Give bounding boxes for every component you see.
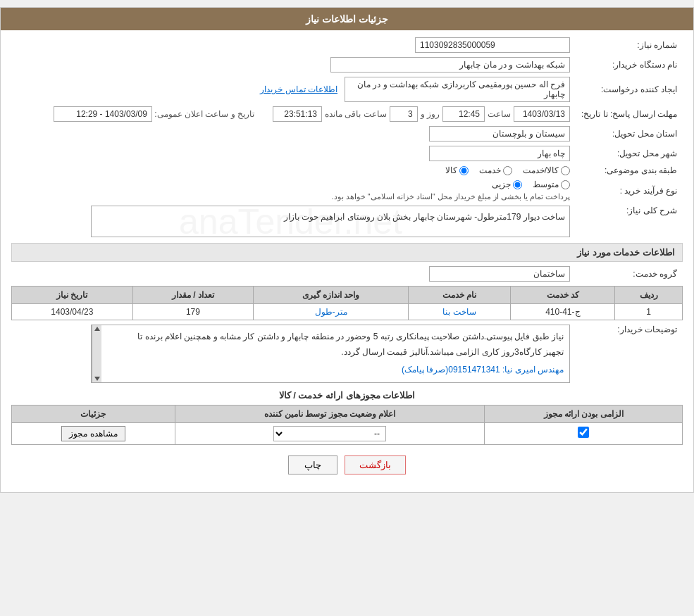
buyer-notes-box: نیاز طبق فایل پیوستی.داشتن صلاحیت پیمانک… bbox=[91, 325, 570, 383]
cell-service-code: ج-41-410 bbox=[511, 304, 615, 320]
services-header: اطلاعات خدمات مورد نیاز bbox=[11, 243, 683, 262]
category-label-khedmat: خدمت bbox=[479, 165, 501, 175]
announcement-label: تاریخ و ساعت اعلان عمومی: bbox=[154, 109, 254, 119]
deadline-date: 1403/03/13 bbox=[514, 106, 570, 122]
creator-label: ایجاد کننده درخواست: bbox=[570, 84, 683, 94]
category-radio-kala[interactable] bbox=[459, 166, 469, 175]
services-table: ردیف کد خدمت نام خدمت واحد اندازه گیری ت… bbox=[11, 286, 683, 320]
deadline-days-label: روز و bbox=[421, 109, 440, 119]
license-row: -- مشاهده مجوز bbox=[12, 422, 683, 444]
description-value: ساخت دیوار 179مترطول- شهرستان چابهار بخش… bbox=[284, 212, 565, 222]
page-header: جزئیات اطلاعات نیاز bbox=[1, 8, 693, 30]
category-option-kala[interactable]: کالا bbox=[445, 165, 469, 175]
cell-row-num: 1 bbox=[615, 304, 683, 320]
province-label: استان محل تحویل: bbox=[570, 129, 683, 139]
province-value: سیستان و بلوچستان bbox=[429, 126, 570, 142]
purchase-radio-mutawaset[interactable] bbox=[561, 180, 570, 189]
back-button[interactable]: بازگشت bbox=[345, 455, 406, 474]
category-label-kala: کالا bbox=[445, 165, 457, 175]
col-header-row: ردیف bbox=[615, 287, 683, 304]
description-label: شرح کلی نیاز: bbox=[570, 206, 683, 215]
buyer-org-value: شبکه بهداشت و در مان چابهار bbox=[330, 57, 570, 73]
category-radio-khedmat[interactable] bbox=[503, 166, 512, 175]
creator-value: فرح اله حسین پورمقیمی کاربردازی شبکه بهد… bbox=[345, 77, 570, 102]
deadline-remaining: 23:51:13 bbox=[273, 106, 322, 122]
deadline-remaining-label: ساعت باقی مانده bbox=[325, 109, 387, 119]
license-required-checkbox[interactable] bbox=[578, 427, 589, 438]
scroll-up-arrow[interactable] bbox=[94, 327, 100, 331]
col-header-code: کد خدمت bbox=[511, 287, 615, 304]
deadline-time-label: ساعت bbox=[488, 109, 511, 119]
cell-unit[interactable]: متر-طول bbox=[254, 304, 409, 320]
description-box: ساخت دیوار 179مترطول- شهرستان چابهار بخش… bbox=[91, 206, 570, 237]
purchase-notice: پرداخت تمام یا بخشی از مبلغ خریداز محل "… bbox=[331, 192, 570, 201]
col-header-qty: تعداد / مقدار bbox=[132, 287, 254, 304]
service-group-value: ساختمان bbox=[429, 266, 570, 282]
category-option-kala-khedmat[interactable]: کالا/خدمت bbox=[523, 165, 570, 175]
purchase-type-radio-group: متوسط جزیی bbox=[492, 180, 570, 189]
license-col-details: جزئیات bbox=[12, 405, 175, 422]
scroll-down-arrow[interactable] bbox=[94, 377, 100, 381]
buyer-notes-text: نیاز طبق فایل پیوستی.داشتن صلاحیت پیمانک… bbox=[116, 329, 564, 360]
category-radio-kala-khedmat[interactable] bbox=[561, 166, 570, 175]
license-col-required: الزامی بودن ارائه مجوز bbox=[485, 405, 683, 422]
need-number-label: شماره نیاز: bbox=[570, 40, 683, 50]
license-table: الزامی بودن ارائه مجوز اعلام وضعیت مجوز … bbox=[11, 405, 683, 445]
need-number-value: 1103092835000059 bbox=[415, 37, 570, 53]
license-col-status: اعلام وضعیت مجوز توسط نامین کننده bbox=[175, 405, 485, 422]
category-label-kala-khedmat: کالا/خدمت bbox=[523, 165, 559, 175]
page-title: جزئیات اطلاعات نیاز bbox=[306, 13, 388, 25]
purchase-type-label: نوع فرآیند خرید : bbox=[570, 186, 683, 196]
city-value: چاه بهار bbox=[429, 146, 570, 161]
view-license-button[interactable]: مشاهده مجوز bbox=[61, 426, 125, 441]
cell-service-name[interactable]: ساخت بنا bbox=[408, 304, 511, 320]
contact-link[interactable]: اطلاعات تماس خریدار bbox=[260, 84, 337, 94]
purchase-label-mutawaset: متوسط bbox=[533, 180, 559, 189]
notes-scrollbar[interactable] bbox=[92, 325, 101, 382]
buyer-notes-label: توضیحات خریدار: bbox=[570, 325, 683, 334]
cell-date: 1403/04/23 bbox=[12, 304, 133, 320]
purchase-radio-jozei[interactable] bbox=[513, 180, 522, 189]
col-header-date: تاریخ نیاز bbox=[12, 287, 133, 304]
deadline-days: 3 bbox=[390, 106, 418, 122]
col-header-name: نام خدمت bbox=[408, 287, 511, 304]
buyer-contact-text: مهندس امیری نیا: 09151471341(صرفا پیامک) bbox=[116, 363, 564, 378]
category-radio-group: کالا/خدمت خدمت کالا bbox=[445, 165, 570, 175]
license-details-cell: مشاهده مجوز bbox=[12, 422, 175, 444]
license-status-cell: -- bbox=[175, 422, 485, 444]
print-button[interactable]: چاپ bbox=[288, 455, 337, 474]
cell-quantity: 179 bbox=[132, 304, 254, 320]
purchase-option-jozei[interactable]: جزیی bbox=[492, 180, 522, 189]
license-required-cell bbox=[485, 422, 683, 444]
buyer-org-label: نام دستگاه خریدار: bbox=[570, 60, 683, 70]
service-group-label: گروه خدمت: bbox=[570, 269, 683, 279]
licenses-header: اطلاعات مجوزهای ارائه خدمت / کالا bbox=[11, 390, 683, 401]
purchase-label-jozei: جزیی bbox=[492, 180, 511, 189]
col-header-unit: واحد اندازه گیری bbox=[254, 287, 409, 304]
category-label: طبقه بندی موضوعی: bbox=[570, 165, 683, 175]
city-label: شهر محل تحویل: bbox=[570, 149, 683, 158]
bottom-buttons: بازگشت چاپ bbox=[11, 455, 683, 474]
deadline-time: 12:45 bbox=[442, 106, 485, 122]
category-option-khedmat[interactable]: خدمت bbox=[479, 165, 512, 175]
deadline-label: مهلت ارسال پاسخ: تا تاریخ: bbox=[570, 109, 683, 119]
buyer-notes-content: نیاز طبق فایل پیوستی.داشتن صلاحیت پیمانک… bbox=[116, 329, 564, 378]
announcement-value: 1403/03/09 - 12:29 bbox=[54, 106, 152, 122]
purchase-option-mutawaset[interactable]: متوسط bbox=[533, 180, 570, 189]
license-status-select[interactable]: -- bbox=[273, 426, 386, 441]
table-row: 1 ج-41-410 ساخت بنا متر-طول 179 1403/04/… bbox=[12, 304, 683, 320]
